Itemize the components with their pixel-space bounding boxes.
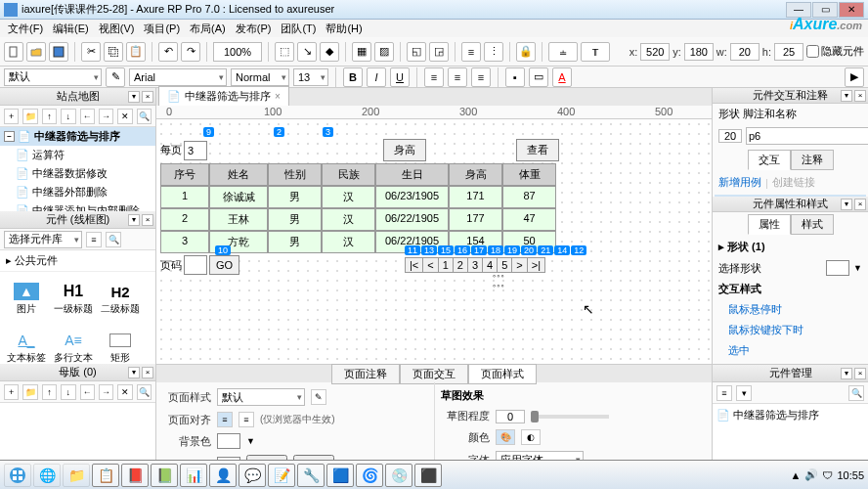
shape-picker[interactable] — [826, 260, 849, 276]
tree-node[interactable]: 📄中继器外部删除 — [0, 183, 155, 201]
open-button[interactable] — [26, 42, 46, 62]
document-tab[interactable]: 📄中继器筛选与排序× — [158, 86, 289, 106]
color-mode-gray[interactable]: ◐ — [521, 429, 541, 445]
widget-label[interactable]: A_文本标签 — [4, 325, 49, 364]
tree-node[interactable]: 📄中继器添加与内部删除 — [0, 201, 155, 211]
page-input[interactable] — [184, 255, 207, 275]
group-button[interactable]: ▦ — [352, 42, 371, 62]
widget-paragraph[interactable]: A≡多行文本 — [51, 325, 96, 364]
footnote-marker[interactable]: 10 — [215, 245, 231, 255]
undo-button[interactable]: ↶ — [158, 42, 178, 62]
tree-node[interactable]: 📄运算符 — [0, 146, 155, 164]
menu-project[interactable]: 项目(P) — [140, 20, 184, 38]
front-button[interactable]: ◱ — [407, 42, 426, 62]
w-input[interactable] — [730, 43, 760, 61]
delete-button[interactable]: ✕ — [117, 109, 132, 124]
fill-color[interactable]: ▪ — [505, 67, 525, 87]
footnote-marker[interactable]: 9 — [203, 127, 214, 137]
underline-button[interactable]: U — [390, 67, 410, 87]
align-button[interactable]: ≡ — [461, 42, 481, 62]
widget-group[interactable]: ▸ 公共元件 — [0, 250, 155, 272]
start-button[interactable] — [4, 464, 31, 487]
resize-handle[interactable]: ◦◦◦◦◦◦ — [493, 271, 505, 290]
taskbar-app1[interactable]: 📋 — [92, 464, 119, 487]
italic-button[interactable]: I — [367, 67, 386, 87]
tab-properties[interactable]: 属性 — [748, 214, 791, 235]
taskbar-app4[interactable]: 📊 — [180, 464, 207, 487]
per-page-input[interactable] — [184, 141, 207, 160]
menu-view[interactable]: 视图(V) — [95, 20, 139, 38]
panel-close-icon[interactable]: × — [142, 91, 153, 103]
panel-menu-icon[interactable]: ▾ — [128, 91, 140, 103]
tab-notes[interactable]: 注释 — [791, 150, 834, 170]
system-tray[interactable]: ▲ 🔊 🛡 10:55 — [791, 468, 864, 481]
add-folder-master[interactable]: 📁 — [22, 384, 37, 400]
tab-page-interactions[interactable]: 页面交互 — [400, 364, 468, 384]
search-button[interactable]: 查看 — [516, 139, 559, 161]
taskbar-app2[interactable]: 📕 — [121, 464, 149, 487]
page-style-combo[interactable]: 默认 — [217, 388, 305, 406]
mousedown-style[interactable]: 鼠标按键按下时 — [713, 320, 868, 340]
lib-menu[interactable]: ≡ — [86, 232, 102, 247]
sort-height-button[interactable]: 身高 — [383, 139, 426, 161]
tab-close-icon[interactable]: × — [275, 91, 281, 102]
align-r-button[interactable]: ≡ — [471, 67, 491, 87]
taskbar-explorer[interactable]: 📁 — [63, 464, 90, 487]
widget-name-input[interactable] — [746, 127, 868, 145]
go-button[interactable]: GO — [209, 255, 239, 275]
indent-button[interactable]: → — [99, 109, 113, 124]
menu-layout[interactable]: 布局(A) — [186, 20, 230, 38]
lock-button[interactable]: 🔒 — [516, 42, 536, 62]
sitemap-tree[interactable]: −📄中继器筛选与排序 📄运算符 📄中继器数据修改 📄中继器外部删除 📄中继器添加… — [0, 127, 155, 211]
bg-color-picker[interactable] — [217, 433, 240, 449]
taskbar-app9[interactable]: 🟦 — [326, 464, 354, 487]
weight-combo[interactable]: Normal — [231, 68, 289, 86]
save-button[interactable] — [49, 42, 68, 62]
align-l-button[interactable]: ≡ — [424, 67, 444, 87]
widget-h1[interactable]: H1一级标题 — [51, 276, 96, 323]
tab-page-notes[interactable]: 页面注释 — [331, 364, 400, 384]
align-left-button[interactable]: ⫨ — [548, 42, 578, 62]
sketch-slider[interactable] — [531, 415, 609, 419]
taskbar-app7[interactable]: 📝 — [268, 464, 295, 487]
size-combo[interactable]: 13 — [293, 68, 328, 86]
taskbar-app10[interactable]: 🌀 — [356, 464, 383, 487]
distribute-button[interactable]: ⋮ — [484, 42, 503, 62]
lib-search[interactable]: 🔍 — [106, 232, 121, 247]
select-mode[interactable]: ⬚ — [275, 42, 294, 62]
menu-team[interactable]: 团队(T) — [277, 20, 320, 38]
hover-style[interactable]: 鼠标悬停时 — [713, 299, 868, 320]
hide-widget-check[interactable]: 隐藏元件 — [806, 44, 864, 59]
taskbar-app8[interactable]: 🔧 — [297, 464, 325, 487]
menu-file[interactable]: 文件(F) — [4, 20, 47, 38]
ungroup-button[interactable]: ▨ — [374, 42, 394, 62]
selected-style[interactable]: 选中 — [713, 340, 868, 361]
bold-button[interactable]: B — [343, 67, 363, 87]
point-mode[interactable]: ◆ — [320, 42, 339, 62]
down-button[interactable]: ↓ — [61, 109, 75, 124]
menu-help[interactable]: 帮助(H) — [322, 20, 366, 38]
new-button[interactable] — [4, 42, 23, 62]
font-combo[interactable]: Arial — [129, 68, 227, 86]
paint-format[interactable]: ✎ — [106, 67, 125, 87]
align-center[interactable]: ≡ — [239, 412, 254, 427]
tab-page-style[interactable]: 页面样式 — [468, 364, 537, 384]
up-button[interactable]: ↑ — [42, 109, 57, 124]
connect-mode[interactable]: ↘ — [297, 42, 317, 62]
text-color[interactable]: A — [552, 67, 572, 87]
shape-section[interactable]: ▸ 形状 (1) — [713, 237, 868, 257]
align-left[interactable]: ≡ — [217, 412, 233, 427]
tray-clock[interactable]: 10:55 — [837, 469, 864, 481]
tree-node[interactable]: 📄中继器数据修改 — [0, 164, 155, 183]
tray-icon[interactable]: ▲ — [791, 469, 802, 481]
color-mode-color[interactable]: 🎨 — [496, 429, 515, 445]
taskbar-app6[interactable]: 💬 — [239, 464, 266, 487]
footnote-marker[interactable]: 2 — [274, 127, 284, 137]
preview-button[interactable]: ▶ — [845, 67, 864, 87]
y-input[interactable] — [684, 43, 714, 61]
x-input[interactable] — [640, 43, 670, 61]
tab-style[interactable]: 样式 — [791, 214, 834, 235]
add-case-link[interactable]: 新增用例 — [718, 175, 761, 190]
taskbar-app11[interactable]: 💿 — [385, 464, 412, 487]
cut-button[interactable]: ✂ — [81, 42, 101, 62]
